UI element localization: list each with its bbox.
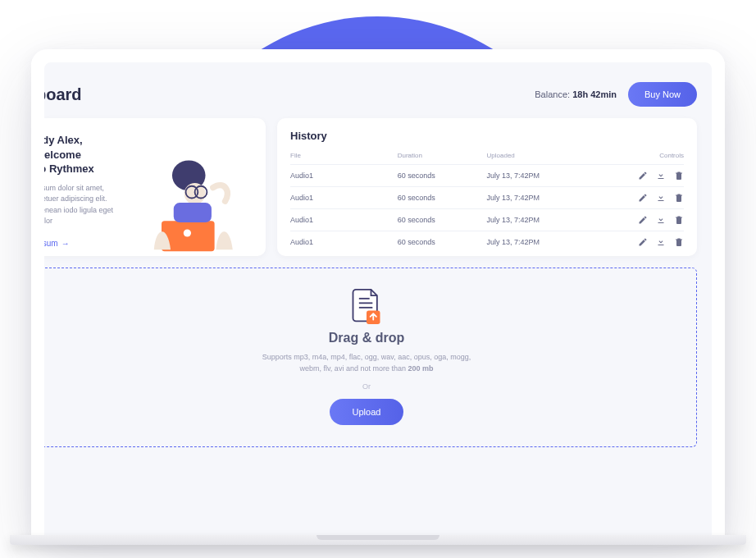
device-mockup-frame: board Balance: 18h 42min Buy Now vdy Ale… [31, 49, 725, 537]
welcome-link[interactable]: ipsum → [44, 239, 70, 248]
file-upload-icon [351, 288, 382, 324]
cell-uploaded: July 13, 7:42PM [487, 238, 612, 246]
cell-file: Audio1 [290, 216, 398, 224]
drag-drop-zone[interactable]: Drag & drop Supports mp3, m4a, mp4, flac… [44, 268, 697, 447]
arrow-right-icon: → [61, 239, 70, 248]
cell-uploaded: July 13, 7:42PM [487, 172, 612, 180]
drop-body-bold: 200 mb [408, 364, 433, 373]
edit-icon[interactable] [638, 171, 648, 181]
cell-uploaded: July 13, 7:42PM [487, 194, 612, 202]
edit-icon[interactable] [638, 193, 648, 203]
welcome-body: ipsum dolor sit amet, ctetuer adipiscing… [44, 183, 123, 227]
delete-icon[interactable] [674, 171, 684, 181]
col-uploaded: Uploaded [487, 152, 612, 159]
cell-duration: 60 seconds [398, 172, 487, 180]
page-title: board [44, 85, 82, 104]
edit-icon[interactable] [638, 237, 648, 247]
balance-display: Balance: 18h 42min [535, 89, 617, 99]
history-card: History File Duration Uploaded Controls … [277, 118, 697, 256]
download-icon[interactable] [656, 237, 666, 247]
history-title: History [290, 130, 684, 142]
download-icon[interactable] [656, 171, 666, 181]
table-row: Audio1 60 seconds July 13, 7:42PM [290, 208, 684, 231]
cell-file: Audio1 [290, 238, 398, 246]
upload-button[interactable]: Upload [330, 399, 404, 425]
balance-value: 18h 42min [572, 89, 617, 99]
cell-file: Audio1 [290, 172, 398, 180]
table-row: Audio1 60 seconds July 13, 7:42PM [290, 186, 684, 208]
delete-icon[interactable] [674, 237, 684, 247]
drop-body-pre: Supports mp3, m4a, mp4, flac, ogg, wav, … [262, 353, 471, 373]
balance-label: Balance: [535, 89, 572, 99]
device-base [0, 535, 756, 550]
svg-point-6 [184, 229, 191, 236]
col-duration: Duration [398, 152, 487, 159]
download-icon[interactable] [656, 193, 666, 203]
cell-duration: 60 seconds [398, 238, 487, 246]
welcome-illustration [130, 154, 253, 256]
welcome-card: vdy Alex, welcome to Rythmex ipsum dolor… [44, 118, 266, 256]
drop-body: Supports mp3, m4a, mp4, flac, ogg, wav, … [260, 352, 473, 374]
cell-file: Audio1 [290, 194, 398, 202]
history-table: File Duration Uploaded Controls Audio1 6… [290, 149, 684, 253]
welcome-link-label: ipsum [44, 239, 58, 248]
col-controls: Controls [612, 152, 684, 159]
edit-icon[interactable] [638, 215, 648, 225]
topbar: board Balance: 18h 42min Buy Now [44, 74, 697, 107]
download-icon[interactable] [656, 215, 666, 225]
col-file: File [290, 152, 398, 159]
svg-rect-7 [174, 203, 212, 222]
welcome-heading: vdy Alex, welcome to Rythmex [44, 133, 123, 176]
table-row: Audio1 60 seconds July 13, 7:42PM [290, 231, 684, 253]
history-table-head: File Duration Uploaded Controls [290, 149, 684, 164]
app-screen: board Balance: 18h 42min Buy Now vdy Ale… [44, 62, 712, 537]
cell-duration: 60 seconds [398, 216, 487, 224]
delete-icon[interactable] [674, 215, 684, 225]
drop-or: Or [362, 382, 371, 391]
delete-icon[interactable] [674, 193, 684, 203]
cell-uploaded: July 13, 7:42PM [487, 216, 612, 224]
cell-duration: 60 seconds [398, 194, 487, 202]
buy-now-button[interactable]: Buy Now [628, 82, 697, 107]
drop-title: Drag & drop [329, 331, 404, 345]
table-row: Audio1 60 seconds July 13, 7:42PM [290, 164, 684, 186]
